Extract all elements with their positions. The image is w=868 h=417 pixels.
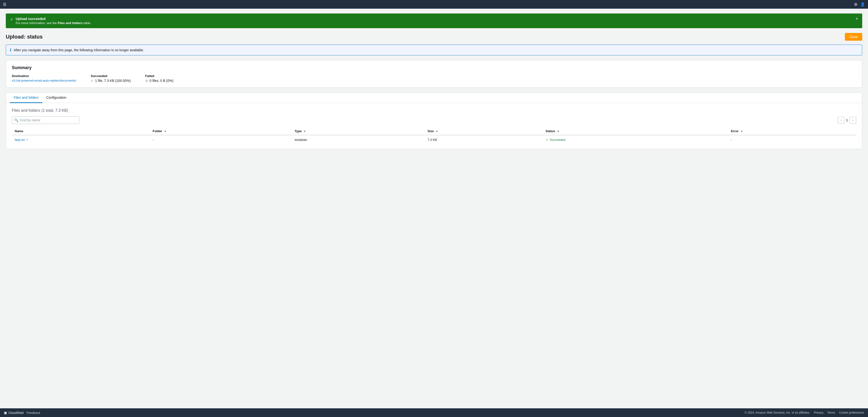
cell-status: ✓ Succeeded <box>543 135 728 144</box>
col-folder: Folder ▼ <box>150 127 292 135</box>
cell-type: text/plain <box>292 135 425 144</box>
cell-size: 7.3 KB <box>425 135 543 144</box>
file-name: faqs.txt <box>15 138 25 142</box>
cloudshell-label: ▣ CloudShell <box>4 411 24 415</box>
close-button[interactable]: Close <box>845 33 862 41</box>
summary-grid: Destination s3://ai-powered-email-auto-r… <box>12 74 856 82</box>
search-row: 🔍 ‹ 1 › <box>12 116 856 124</box>
section-title: Files and folders (1 total, 7.3 KB) <box>12 108 856 113</box>
failed-circle-icon: ⊘ <box>145 79 148 82</box>
nav-left: ☰ <box>3 2 6 7</box>
files-table: Name Folder ▼ Type ▼ Size ▼ <box>12 127 856 144</box>
section-title-count-value: (1 total, 7.3 KB) <box>41 108 68 112</box>
col-folder-label: Folder <box>153 129 162 133</box>
copyright-text: © 2024, Amazon Web Services, Inc. or its… <box>745 411 810 414</box>
succeeded-value: ✓ 1 file, 7.3 KB (100.00%) <box>91 79 131 82</box>
main-content: ✓ Upload succeeded For more information,… <box>0 9 868 408</box>
banner-subtitle: For more information, see the Files and … <box>16 21 91 25</box>
summary-succeeded: Succeeded ✓ 1 file, 7.3 KB (100.00%) <box>91 74 131 82</box>
user-icon[interactable]: 👤 <box>860 2 865 7</box>
destination-link[interactable]: s3://ai-powered-email-auto-replies/docum… <box>12 79 76 82</box>
cloudshell-icon: ▣ <box>4 411 7 415</box>
summary-card: Summary Destination s3://ai-powered-emai… <box>6 60 862 88</box>
succeeded-check-icon: ✓ <box>91 79 94 82</box>
summary-failed: Failed ⊘ 0 files, 0 B (0%) <box>145 74 173 82</box>
privacy-link[interactable]: Privacy <box>814 411 824 414</box>
cookie-link[interactable]: Cookie preferences <box>839 411 864 414</box>
success-banner: ✓ Upload succeeded For more information,… <box>6 13 862 28</box>
section-title-count: (1 total, 7.3 KB) <box>41 108 68 112</box>
col-error: Error ▼ <box>728 127 856 135</box>
col-name-label: Name <box>15 129 23 133</box>
size-sort-icon[interactable]: ▼ <box>436 130 438 133</box>
pagination-prev-button[interactable]: ‹ <box>838 117 845 124</box>
bottom-right: © 2024, Amazon Web Services, Inc. or its… <box>745 411 864 414</box>
banner-success-icon: ✓ <box>10 17 13 22</box>
col-error-label: Error <box>731 129 739 133</box>
banner-subtitle-text: For more information, see the <box>16 21 58 25</box>
cloudshell-text: CloudShell <box>8 411 24 415</box>
destination-label: Destination <box>12 74 76 78</box>
search-input[interactable] <box>12 116 79 124</box>
bottom-bar: ▣ CloudShell Feedback © 2024, Amazon Web… <box>0 408 868 417</box>
pagination-controls: ‹ 1 › <box>838 117 856 124</box>
col-type: Type ▼ <box>292 127 425 135</box>
status-succeeded: ✓ Succeeded <box>546 138 725 142</box>
col-status: Status ▼ <box>543 127 728 135</box>
search-icon: 🔍 <box>14 118 18 122</box>
summary-destination: Destination s3://ai-powered-email-auto-r… <box>12 74 76 82</box>
cell-name: faqs.txt ↗ <box>12 135 150 144</box>
succeeded-label: Succeeded <box>91 74 131 78</box>
col-status-label: Status <box>546 129 555 133</box>
destination-value: s3://ai-powered-email-auto-replies/docum… <box>12 79 76 82</box>
tab-files-folders[interactable]: Files and folders <box>10 93 42 103</box>
search-input-wrapper: 🔍 <box>12 116 79 124</box>
header-row: Name Folder ▼ Type ▼ Size ▼ <box>12 127 856 135</box>
info-box: ℹ After you navigate away from this page… <box>6 44 862 56</box>
nav-right: ⚙ 👤 <box>854 2 865 7</box>
status-text: Succeeded <box>550 138 565 142</box>
banner-content: ✓ Upload succeeded For more information,… <box>10 17 91 25</box>
failed-label: Failed <box>145 74 173 78</box>
status-check-icon: ✓ <box>546 138 549 142</box>
pagination-next-button[interactable]: › <box>849 117 856 124</box>
external-link-icon: ↗ <box>26 138 28 141</box>
section-title-main: Files and folders <box>12 108 40 112</box>
tabs-header: Files and folders Configuration <box>6 93 862 103</box>
feedback-link[interactable]: Feedback <box>27 411 40 415</box>
banner-close-button[interactable]: × <box>856 17 858 21</box>
cell-error: - <box>728 135 856 144</box>
table-body: faqs.txt ↗ - text/plain 7.3 KB ✓ Succeed… <box>12 135 856 144</box>
banner-text: Upload succeeded For more information, s… <box>16 17 91 25</box>
info-icon: ℹ <box>10 48 11 52</box>
hamburger-icon[interactable]: ☰ <box>3 2 6 7</box>
page-number: 1 <box>846 118 848 122</box>
table-header: Name Folder ▼ Type ▼ Size ▼ <box>12 127 856 135</box>
error-sort-icon[interactable]: ▼ <box>740 130 743 133</box>
status-sort-icon[interactable]: ▼ <box>557 130 559 133</box>
info-text: After you navigate away from this page, … <box>14 48 144 52</box>
failed-text: 0 files, 0 B (0%) <box>150 79 173 82</box>
banner-subtitle-bold: Files and folders <box>58 21 83 25</box>
succeeded-text: 1 file, 7.3 KB (100.00%) <box>95 79 131 82</box>
summary-title: Summary <box>12 65 856 70</box>
banner-title: Upload succeeded <box>16 17 91 21</box>
page-header: Upload: status Close <box>6 33 862 41</box>
tab-configuration[interactable]: Configuration <box>42 93 70 103</box>
table-row: faqs.txt ↗ - text/plain 7.3 KB ✓ Succeed… <box>12 135 856 144</box>
col-size-label: Size <box>428 129 434 133</box>
top-navigation: ☰ ⚙ 👤 <box>0 0 868 9</box>
page-title: Upload: status <box>6 34 43 40</box>
type-sort-icon[interactable]: ▼ <box>304 130 306 133</box>
col-name: Name <box>12 127 150 135</box>
terms-link[interactable]: Terms <box>827 411 835 414</box>
banner-subtitle-end: table. <box>83 21 91 25</box>
col-type-label: Type <box>294 129 302 133</box>
tabs-container: Files and folders Configuration Files an… <box>6 93 862 149</box>
bottom-left: ▣ CloudShell Feedback <box>4 411 40 415</box>
cell-folder: - <box>150 135 292 144</box>
failed-value: ⊘ 0 files, 0 B (0%) <box>145 79 173 82</box>
folder-sort-icon[interactable]: ▼ <box>164 130 166 133</box>
file-link[interactable]: faqs.txt ↗ <box>15 138 147 142</box>
settings-icon[interactable]: ⚙ <box>854 2 858 7</box>
